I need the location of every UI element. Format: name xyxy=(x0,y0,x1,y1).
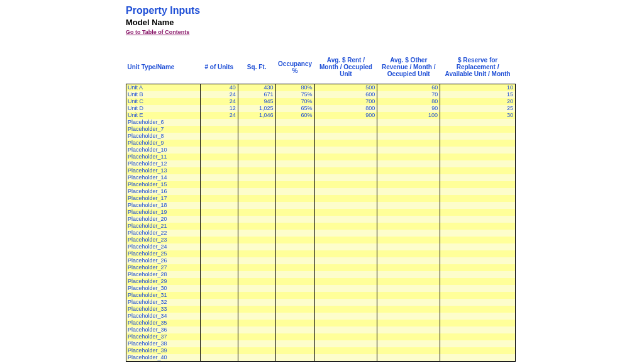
cell-occ[interactable] xyxy=(275,347,314,354)
cell-reserve[interactable] xyxy=(440,271,516,278)
cell-name[interactable]: Placeholder_19 xyxy=(126,209,201,216)
cell-rent[interactable] xyxy=(314,354,377,362)
cell-reserve[interactable] xyxy=(440,250,516,257)
cell-occ[interactable] xyxy=(275,320,314,327)
cell-other[interactable] xyxy=(377,160,440,167)
cell-reserve[interactable] xyxy=(440,223,516,230)
cell-name[interactable]: Placeholder_35 xyxy=(126,320,201,327)
cell-units[interactable] xyxy=(200,264,238,271)
cell-name[interactable]: Placeholder_21 xyxy=(126,223,201,230)
cell-other[interactable]: 90 xyxy=(377,105,440,112)
cell-other[interactable] xyxy=(377,347,440,354)
cell-rent[interactable] xyxy=(314,160,377,167)
cell-other[interactable]: 70 xyxy=(377,91,440,98)
cell-name[interactable]: Placeholder_34 xyxy=(126,313,201,320)
cell-units[interactable] xyxy=(200,313,238,320)
cell-rent[interactable] xyxy=(314,230,377,237)
cell-sqft[interactable] xyxy=(238,313,275,320)
cell-sqft[interactable] xyxy=(238,306,275,313)
cell-other[interactable] xyxy=(377,243,440,250)
cell-name[interactable]: Unit A xyxy=(126,84,201,92)
cell-other[interactable] xyxy=(377,133,440,140)
cell-other[interactable] xyxy=(377,140,440,147)
cell-occ[interactable] xyxy=(275,257,314,264)
cell-rent[interactable] xyxy=(314,188,377,195)
cell-name[interactable]: Placeholder_8 xyxy=(126,133,201,140)
cell-occ[interactable]: 75% xyxy=(275,91,314,98)
cell-name[interactable]: Placeholder_18 xyxy=(126,202,201,209)
cell-sqft[interactable] xyxy=(238,340,275,347)
cell-sqft[interactable] xyxy=(238,223,275,230)
cell-reserve[interactable] xyxy=(440,181,516,188)
cell-rent[interactable] xyxy=(314,154,377,160)
cell-occ[interactable] xyxy=(275,230,314,237)
cell-reserve[interactable] xyxy=(440,347,516,354)
cell-reserve[interactable] xyxy=(440,126,516,133)
cell-sqft[interactable] xyxy=(238,147,275,154)
cell-name[interactable]: Placeholder_12 xyxy=(126,160,201,167)
cell-units[interactable] xyxy=(200,167,238,174)
cell-units[interactable]: 24 xyxy=(200,112,238,119)
cell-sqft[interactable] xyxy=(238,154,275,160)
cell-other[interactable] xyxy=(377,119,440,126)
cell-occ[interactable] xyxy=(275,223,314,230)
cell-name[interactable]: Placeholder_15 xyxy=(126,181,201,188)
cell-units[interactable] xyxy=(200,285,238,292)
cell-occ[interactable] xyxy=(275,306,314,313)
cell-rent[interactable] xyxy=(314,313,377,320)
cell-units[interactable] xyxy=(200,119,238,126)
cell-other[interactable] xyxy=(377,174,440,181)
cell-sqft[interactable] xyxy=(238,174,275,181)
cell-name[interactable]: Placeholder_32 xyxy=(126,299,201,306)
cell-name[interactable]: Placeholder_36 xyxy=(126,327,201,333)
cell-rent[interactable]: 600 xyxy=(314,91,377,98)
cell-rent[interactable] xyxy=(314,278,377,285)
cell-rent[interactable] xyxy=(314,126,377,133)
cell-rent[interactable] xyxy=(314,264,377,271)
cell-other[interactable]: 100 xyxy=(377,112,440,119)
cell-other[interactable] xyxy=(377,181,440,188)
cell-units[interactable] xyxy=(200,271,238,278)
cell-reserve[interactable] xyxy=(440,230,516,237)
cell-sqft[interactable] xyxy=(238,209,275,216)
cell-occ[interactable] xyxy=(275,188,314,195)
cell-reserve[interactable] xyxy=(440,237,516,243)
cell-units[interactable]: 40 xyxy=(200,84,238,92)
cell-other[interactable] xyxy=(377,257,440,264)
cell-name[interactable]: Placeholder_29 xyxy=(126,278,201,285)
cell-rent[interactable]: 700 xyxy=(314,98,377,105)
cell-units[interactable] xyxy=(200,174,238,181)
cell-rent[interactable]: 500 xyxy=(314,84,377,92)
cell-reserve[interactable] xyxy=(440,154,516,160)
cell-other[interactable] xyxy=(377,327,440,333)
cell-sqft[interactable] xyxy=(238,285,275,292)
cell-rent[interactable] xyxy=(314,243,377,250)
cell-other[interactable] xyxy=(377,333,440,340)
cell-reserve[interactable]: 20 xyxy=(440,98,516,105)
cell-occ[interactable] xyxy=(275,327,314,333)
cell-other[interactable] xyxy=(377,237,440,243)
cell-occ[interactable] xyxy=(275,299,314,306)
cell-reserve[interactable] xyxy=(440,327,516,333)
cell-other[interactable] xyxy=(377,202,440,209)
cell-rent[interactable] xyxy=(314,257,377,264)
cell-name[interactable]: Placeholder_17 xyxy=(126,195,201,202)
cell-occ[interactable] xyxy=(275,174,314,181)
cell-occ[interactable] xyxy=(275,209,314,216)
cell-reserve[interactable] xyxy=(440,140,516,147)
cell-rent[interactable] xyxy=(314,292,377,299)
cell-reserve[interactable] xyxy=(440,354,516,362)
cell-sqft[interactable] xyxy=(238,160,275,167)
cell-other[interactable] xyxy=(377,292,440,299)
cell-units[interactable] xyxy=(200,237,238,243)
cell-other[interactable]: 60 xyxy=(377,84,440,92)
cell-rent[interactable] xyxy=(314,333,377,340)
cell-sqft[interactable] xyxy=(238,347,275,354)
cell-sqft[interactable] xyxy=(238,202,275,209)
cell-other[interactable] xyxy=(377,278,440,285)
cell-units[interactable]: 24 xyxy=(200,91,238,98)
cell-other[interactable] xyxy=(377,167,440,174)
cell-other[interactable] xyxy=(377,195,440,202)
cell-rent[interactable] xyxy=(314,340,377,347)
cell-reserve[interactable] xyxy=(440,243,516,250)
